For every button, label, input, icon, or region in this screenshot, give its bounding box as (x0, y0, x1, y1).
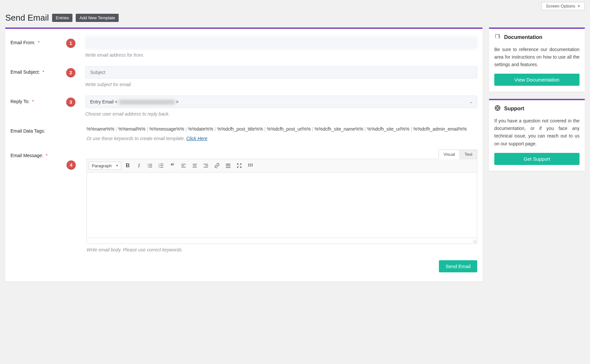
svg-rect-9 (160, 166, 163, 166)
data-tags-list: %%name%%|%%email%%|%%message%%|%%date%%|… (87, 125, 477, 133)
toolbar-toggle-button[interactable] (246, 161, 255, 170)
svg-rect-25 (227, 167, 228, 167)
svg-rect-18 (204, 164, 208, 165)
svg-point-4 (148, 167, 148, 168)
align-right-button[interactable] (201, 161, 210, 170)
data-tag[interactable]: %%dcfh_site_name%% (315, 126, 364, 132)
svg-rect-11 (160, 167, 163, 168)
email-subject-input[interactable] (85, 66, 477, 79)
svg-rect-33 (251, 166, 252, 167)
svg-rect-31 (248, 166, 249, 167)
format-select[interactable]: Paragraph (89, 162, 121, 170)
required-asterisk: * (32, 99, 34, 104)
email-message-editor[interactable] (87, 173, 477, 238)
get-support-button[interactable]: Get Support (494, 153, 580, 165)
send-email-form: Email From:* 1 Write email address for f… (5, 27, 482, 282)
screen-options-label: Screen Options (546, 4, 575, 9)
documentation-title: Documentation (504, 34, 542, 40)
fullscreen-button[interactable] (235, 161, 244, 170)
svg-rect-30 (251, 164, 252, 165)
email-subject-help: Write subject for email. (85, 82, 477, 87)
send-email-button[interactable]: Send Email (439, 260, 477, 272)
data-tag[interactable]: %%name%% (87, 126, 114, 132)
svg-text:3: 3 (158, 166, 159, 168)
svg-rect-17 (192, 167, 197, 168)
svg-rect-13 (181, 166, 184, 166)
svg-rect-19 (205, 166, 208, 166)
svg-point-0 (148, 164, 148, 165)
reply-to-select[interactable]: Entry Email < > (85, 96, 477, 108)
svg-rect-26 (229, 167, 230, 167)
support-card: Support If you have a question not cover… (489, 99, 585, 171)
tab-text[interactable]: Text (460, 150, 477, 159)
book-icon (494, 33, 501, 41)
data-tag[interactable]: %%date%% (188, 126, 213, 132)
view-documentation-button[interactable]: View Documentation (494, 74, 580, 86)
step-badge-4: 4 (67, 160, 76, 170)
data-tag[interactable]: %%email%% (118, 126, 145, 132)
step-badge-1: 1 (66, 39, 75, 48)
step-badge-2: 2 (66, 68, 75, 77)
numbered-list-button[interactable]: 123 (157, 161, 166, 170)
email-message-help: Write email body. Please use correct key… (87, 247, 477, 252)
page-header: Send Email Entries Add New Template (5, 13, 585, 23)
svg-rect-16 (193, 166, 196, 166)
support-body: If you have a question not covered in th… (494, 117, 580, 147)
svg-rect-24 (226, 167, 227, 167)
blockquote-button[interactable]: “ (168, 161, 177, 170)
svg-point-2 (148, 165, 148, 166)
data-tag[interactable]: %%dcfh_admin_email%% (413, 126, 467, 132)
svg-rect-29 (250, 164, 251, 165)
documentation-card: Documentation Be sure to reference our d… (489, 27, 585, 92)
svg-rect-27 (226, 168, 230, 168)
support-title: Support (504, 106, 524, 112)
screen-options-button[interactable]: Screen Options ▼ (541, 2, 585, 10)
step-badge-3: 3 (66, 98, 75, 107)
tab-visual[interactable]: Visual (439, 150, 460, 159)
svg-rect-28 (248, 164, 249, 165)
align-left-button[interactable] (179, 161, 188, 170)
data-tag[interactable]: %%dcfh_post_title%% (217, 126, 263, 132)
svg-rect-1 (149, 164, 152, 165)
email-from-help: Write email address for from. (85, 52, 477, 58)
svg-rect-15 (192, 164, 197, 165)
svg-rect-14 (181, 167, 186, 168)
svg-rect-7 (160, 164, 163, 164)
align-center-button[interactable] (190, 161, 199, 170)
svg-rect-32 (250, 166, 251, 167)
chevron-down-icon: ▼ (577, 4, 580, 8)
email-message-label: Email Message:* (10, 150, 87, 158)
data-tags-label: Email Data Tags: (10, 125, 87, 134)
lifebuoy-icon (494, 105, 501, 113)
italic-button[interactable]: I (134, 161, 144, 170)
data-tag[interactable]: %%dcfh_post_url%% (267, 126, 311, 132)
entries-button[interactable]: Entries (52, 14, 72, 22)
svg-rect-21 (226, 164, 230, 164)
svg-rect-5 (149, 167, 152, 168)
svg-rect-23 (226, 165, 230, 166)
data-tag[interactable]: %%dcfh_site_url%% (367, 126, 409, 132)
svg-rect-3 (149, 166, 152, 166)
documentation-body: Be sure to reference our documentation a… (494, 46, 580, 68)
svg-rect-34 (496, 34, 499, 38)
reply-to-help: Choose user email address to reply back. (85, 111, 477, 117)
page-title: Send Email (5, 13, 49, 23)
required-asterisk: * (38, 40, 39, 45)
editor-statusbar (87, 238, 477, 244)
svg-rect-20 (204, 167, 208, 168)
required-asterisk: * (46, 153, 48, 158)
add-new-template-button[interactable]: Add New Template (76, 14, 119, 22)
editor-toolbar: 4 Paragraph ▼ B I 123 “ (87, 159, 477, 173)
svg-point-36 (497, 107, 499, 109)
read-more-button[interactable] (224, 161, 233, 170)
required-asterisk: * (42, 69, 44, 75)
email-from-input[interactable] (85, 37, 477, 49)
svg-rect-12 (181, 164, 186, 165)
click-here-link[interactable]: Click Here (186, 136, 207, 141)
link-button[interactable] (212, 161, 222, 170)
data-tag[interactable]: %%message%% (149, 126, 184, 132)
bullet-list-button[interactable] (146, 161, 155, 170)
data-tags-hint: Or use these keywords to create email te… (87, 136, 477, 141)
bold-button[interactable]: B (123, 161, 132, 170)
